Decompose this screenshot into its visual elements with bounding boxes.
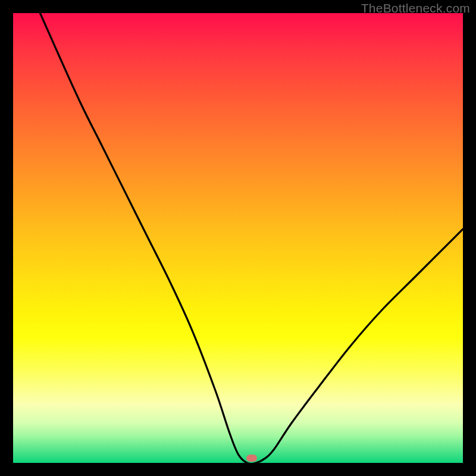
chart-frame: TheBottleneck.com [0,0,476,476]
optimum-marker [246,455,257,462]
bottleneck-curve [13,13,463,463]
plot-area [13,13,463,463]
watermark-text: TheBottleneck.com [361,1,470,15]
